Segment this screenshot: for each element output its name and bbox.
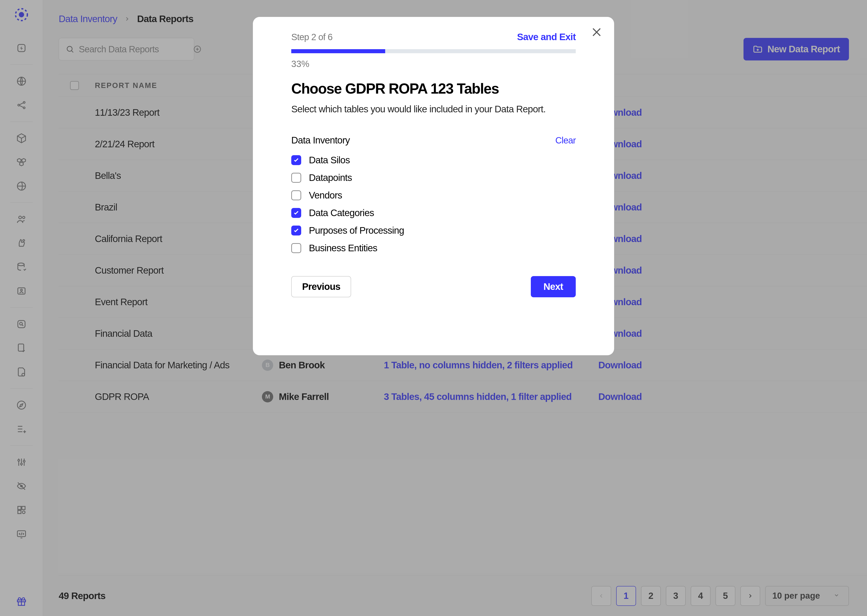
checkbox-option[interactable]: Purposes of Processing xyxy=(291,225,576,236)
checkbox-unchecked-icon[interactable] xyxy=(291,190,301,200)
checkbox-label: Data Categories xyxy=(309,207,374,218)
progress-bar xyxy=(291,49,576,53)
checkbox-label: Data Silos xyxy=(309,155,350,165)
close-icon[interactable] xyxy=(590,26,603,38)
save-and-exit-link[interactable]: Save and Exit xyxy=(517,31,576,42)
progress-fill xyxy=(291,49,385,53)
checkbox-option[interactable]: Vendors xyxy=(291,190,576,201)
checkbox-option[interactable]: Business Entities xyxy=(291,243,576,253)
percent-label: 33% xyxy=(291,59,576,69)
modal-choose-tables: Step 2 of 6 Save and Exit 33% Choose GDP… xyxy=(253,17,614,355)
checkbox-option[interactable]: Data Silos xyxy=(291,155,576,165)
section-title: Data Inventory xyxy=(291,135,350,146)
previous-button[interactable]: Previous xyxy=(291,276,351,297)
checkbox-label: Business Entities xyxy=(309,243,377,253)
checkbox-checked-icon[interactable] xyxy=(291,226,301,236)
checkbox-label: Vendors xyxy=(309,190,342,201)
checkbox-option[interactable]: Data Categories xyxy=(291,207,576,218)
checkbox-label: Datapoints xyxy=(309,172,352,183)
checkbox-checked-icon[interactable] xyxy=(291,208,301,218)
checkbox-unchecked-icon[interactable] xyxy=(291,243,301,253)
checkbox-label: Purposes of Processing xyxy=(309,225,404,236)
modal-overlay[interactable]: Step 2 of 6 Save and Exit 33% Choose GDP… xyxy=(0,0,867,616)
checkbox-checked-icon[interactable] xyxy=(291,155,301,165)
clear-link[interactable]: Clear xyxy=(555,135,576,146)
step-label: Step 2 of 6 xyxy=(291,32,333,42)
checkbox-unchecked-icon[interactable] xyxy=(291,173,301,183)
modal-subtitle: Select which tables you would like inclu… xyxy=(291,104,576,115)
modal-title: Choose GDPR ROPA 123 Tables xyxy=(291,80,576,97)
next-button[interactable]: Next xyxy=(531,276,576,297)
checkbox-option[interactable]: Datapoints xyxy=(291,172,576,183)
